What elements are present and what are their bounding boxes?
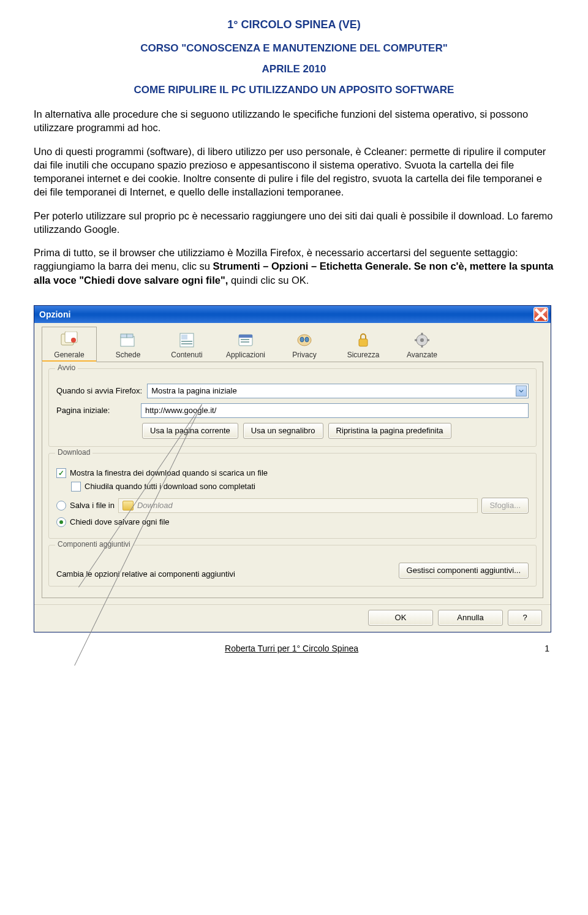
radio-label: Chiedi dove salvare ogni file — [70, 517, 170, 526]
tab-sicurezza[interactable]: Sicurezza — [336, 327, 391, 362]
tab-applicazioni[interactable]: Applicazioni — [218, 327, 273, 362]
tab-label: Generale — [54, 351, 84, 359]
svg-rect-17 — [359, 339, 368, 346]
show-downloads-checkbox[interactable] — [56, 468, 66, 478]
doc-heading: COME RIPULIRE IL PC UTILIZZANDO UN APPOS… — [34, 84, 554, 96]
paragraph-4c: quindi clic su OK. — [231, 275, 309, 286]
radio-label: Salva i file in — [70, 501, 115, 510]
use-current-page-button[interactable]: Usa la pagina corrente — [142, 423, 238, 439]
doc-date: APRILE 2010 — [34, 63, 554, 75]
svg-rect-5 — [127, 334, 133, 338]
titlebar[interactable]: Opzioni — [34, 306, 551, 323]
tabs-icon — [118, 331, 138, 349]
tab-privacy[interactable]: Privacy — [277, 327, 332, 362]
home-value: http://www.google.it/ — [145, 406, 216, 415]
manage-addons-button[interactable]: Gestisci componenti aggiuntivi... — [399, 563, 529, 579]
svg-rect-8 — [181, 341, 192, 342]
tab-label: Applicazioni — [226, 351, 265, 359]
svg-rect-11 — [239, 335, 252, 338]
use-bookmark-button[interactable]: Usa un segnalibro — [243, 423, 323, 439]
tab-label: Sicurezza — [347, 351, 380, 359]
tab-label: Avanzate — [407, 351, 437, 359]
tab-label: Contenuti — [171, 351, 202, 359]
home-label: Pagina iniziale: — [56, 406, 136, 415]
ok-button[interactable]: OK — [368, 610, 433, 626]
restore-default-button[interactable]: Ripristina la pagina predefinita — [328, 423, 451, 439]
paragraph-4: Prima di tutto, se il browser che utiliz… — [34, 246, 554, 287]
checkbox-label: Mostra la finestra dei download quando s… — [70, 468, 268, 477]
svg-rect-7 — [181, 335, 187, 340]
tab-schede[interactable]: Schede — [100, 327, 156, 362]
folder-icon — [123, 501, 134, 511]
tab-generale[interactable]: Generale — [42, 327, 97, 362]
advanced-icon — [412, 331, 432, 349]
window-body: Avvio Quando si avvia Firefox: Mostra la… — [42, 362, 543, 598]
download-folder-path: Download — [118, 498, 478, 513]
startup-label: Quando si avvia Firefox: — [56, 386, 142, 395]
svg-point-15 — [300, 337, 304, 342]
doc-title: 1° CIRCOLO SPINEA (VE) — [34, 18, 554, 31]
group-title: Avvio — [55, 363, 78, 372]
svg-point-16 — [305, 337, 309, 342]
paragraph-3: Per poterlo utilizzare sul proprio pc è … — [34, 209, 554, 237]
group-title: Download — [55, 448, 92, 457]
svg-rect-4 — [121, 334, 127, 338]
close-icon[interactable] — [533, 307, 548, 322]
startup-combo[interactable]: Mostra la pagina iniziale — [147, 384, 529, 398]
svg-point-14 — [298, 335, 311, 346]
help-button[interactable]: ? — [508, 610, 542, 626]
group-avvio: Avvio Quando si avvia Firefox: Mostra la… — [48, 368, 537, 447]
footer-author: Roberta Turri per 1° Circolo Spinea — [39, 644, 545, 653]
checkbox-label: Chiudila quando tutti i download sono co… — [85, 482, 255, 491]
content-icon — [176, 331, 197, 349]
paragraph-1: In alternativa alle procedure che si seg… — [34, 107, 554, 135]
startup-value: Mostra la pagina iniziale — [151, 386, 236, 395]
svg-rect-13 — [241, 341, 249, 343]
privacy-icon — [294, 331, 315, 349]
svg-rect-12 — [241, 339, 249, 340]
tab-label: Schede — [116, 351, 141, 359]
security-icon — [353, 331, 374, 349]
group-download: Download Mostra la finestra dei download… — [48, 453, 537, 539]
tab-contenuti[interactable]: Contenuti — [159, 327, 214, 362]
svg-rect-9 — [181, 343, 192, 344]
window-title: Opzioni — [39, 309, 533, 319]
cancel-button[interactable]: Annulla — [438, 610, 503, 626]
chevron-down-icon — [516, 385, 527, 397]
document-page: 1° CIRCOLO SPINEA (VE) CORSO "CONOSCENZA… — [0, 0, 588, 666]
ask-where-radio[interactable] — [56, 517, 66, 527]
doc-subtitle: CORSO "CONOSCENZA E MANUTENZIONE DEL COM… — [34, 42, 554, 55]
browse-button[interactable]: Sfoglia... — [481, 498, 529, 514]
svg-point-19 — [420, 338, 424, 342]
general-icon — [59, 331, 80, 349]
group-addons: Componenti aggiuntivi Cambia le opzioni … — [48, 545, 537, 587]
dialog-buttons: OK Annulla ? — [34, 604, 551, 632]
footer-page-number: 1 — [545, 644, 549, 653]
page-footer: Roberta Turri per 1° Circolo Spinea 1 — [34, 644, 554, 653]
close-when-done-checkbox[interactable] — [71, 482, 81, 492]
tab-strip: Generale Schede Contenuti Applicazioni — [34, 323, 551, 362]
addons-desc: Cambia le opzioni relative ai componenti… — [56, 569, 235, 579]
paragraph-2: Uno di questi programmi (software), di l… — [34, 145, 554, 199]
applications-icon — [235, 331, 256, 349]
tab-label: Privacy — [292, 351, 316, 359]
folder-name: Download — [137, 501, 173, 510]
tab-avanzate[interactable]: Avanzate — [394, 327, 450, 362]
save-to-radio[interactable] — [56, 501, 66, 511]
home-input[interactable]: http://www.google.it/ — [141, 403, 529, 418]
svg-point-2 — [71, 338, 76, 343]
group-title: Componenti aggiuntivi — [55, 540, 133, 549]
options-window: Opzioni Generale Schede — [34, 305, 551, 632]
